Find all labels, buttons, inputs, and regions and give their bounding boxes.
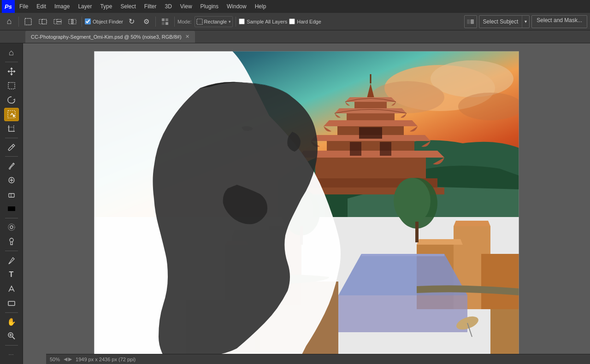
svg-rect-2 bbox=[42, 19, 47, 24]
scroll-right-icon[interactable]: ▶ bbox=[68, 356, 72, 362]
menu-view[interactable]: View bbox=[177, 2, 196, 11]
options-toolbar: ⌂ Object Finder ↻ ⚙ bbox=[0, 13, 590, 30]
tools-panel: ⌂ bbox=[0, 43, 23, 364]
rectangle-mode-icon bbox=[196, 18, 203, 25]
hard-edge-label[interactable]: Hard Edge bbox=[289, 18, 321, 24]
select-subject-label: Select Subject bbox=[479, 18, 522, 25]
select-subject-button[interactable]: Select Subject ▾ bbox=[479, 15, 530, 28]
object-finder-checkbox-label[interactable]: Object Finder bbox=[85, 18, 123, 24]
tab-close-button[interactable]: ✕ bbox=[185, 34, 189, 40]
svg-rect-12 bbox=[162, 22, 165, 25]
svg-point-83 bbox=[394, 178, 431, 224]
menu-select[interactable]: Select bbox=[117, 2, 139, 11]
tool-object-select[interactable] bbox=[4, 108, 19, 121]
svg-rect-16 bbox=[471, 19, 474, 24]
channels-button[interactable] bbox=[159, 15, 171, 28]
svg-rect-73 bbox=[338, 295, 467, 332]
svg-rect-18 bbox=[8, 82, 15, 89]
menu-help[interactable]: Help bbox=[251, 2, 270, 11]
new-selection-button[interactable] bbox=[22, 15, 35, 28]
svg-point-28 bbox=[10, 226, 13, 229]
svg-rect-23 bbox=[9, 194, 14, 197]
tool-crop[interactable] bbox=[4, 122, 19, 135]
scroll-left-icon[interactable]: ◀ bbox=[64, 356, 67, 362]
tool-rectangular-marquee[interactable] bbox=[4, 79, 19, 92]
tool-eraser[interactable] bbox=[4, 188, 19, 201]
tool-shape[interactable] bbox=[4, 296, 19, 310]
tool-separator-6 bbox=[5, 312, 18, 313]
tool-brush[interactable] bbox=[4, 159, 19, 172]
tool-separator-2 bbox=[5, 138, 18, 138]
intersect-selection-button[interactable] bbox=[66, 15, 79, 28]
menu-plugins[interactable]: Plugins bbox=[197, 2, 222, 11]
tool-hand[interactable]: ✋ bbox=[4, 315, 19, 329]
svg-marker-71 bbox=[454, 221, 490, 226]
hard-edge-text: Hard Edge bbox=[297, 19, 321, 24]
select-and-mask-button[interactable]: Select and Mask... bbox=[531, 15, 587, 28]
menu-layer[interactable]: Layer bbox=[74, 2, 95, 11]
svg-rect-14 bbox=[197, 19, 202, 24]
menu-3d[interactable]: 3D bbox=[161, 2, 175, 11]
tool-gradient[interactable] bbox=[4, 202, 19, 216]
svg-rect-79 bbox=[490, 309, 519, 355]
gear-button[interactable]: ⚙ bbox=[140, 15, 153, 28]
sample-all-layers-checkbox[interactable] bbox=[239, 18, 245, 24]
tool-more[interactable]: ··· bbox=[4, 348, 19, 361]
tabs-bar: CC-Photography-Segment_Omi-Kim.psd @ 50%… bbox=[0, 30, 590, 43]
document-dimensions: 1949 px x 2436 px (72 ppi) bbox=[76, 357, 136, 362]
scroll-left-button[interactable]: ◀ ▶ bbox=[64, 356, 72, 362]
separator-1 bbox=[18, 17, 19, 27]
svg-rect-20 bbox=[13, 115, 15, 117]
tool-pen[interactable] bbox=[4, 253, 19, 267]
tool-dodge[interactable] bbox=[4, 235, 19, 248]
mode-value: Rectangle bbox=[204, 19, 229, 24]
tool-move[interactable] bbox=[4, 65, 19, 78]
svg-line-32 bbox=[12, 337, 15, 339]
tool-eyedropper[interactable] bbox=[4, 141, 19, 154]
hard-edge-checkbox[interactable] bbox=[289, 18, 295, 24]
menu-window[interactable]: Window bbox=[223, 2, 250, 11]
zoom-level: 50% bbox=[50, 357, 60, 362]
tool-clone-stamp[interactable] bbox=[4, 173, 19, 187]
document-canvas[interactable] bbox=[94, 51, 519, 355]
object-finder-checkbox[interactable] bbox=[85, 18, 91, 24]
menu-edit[interactable]: Edit bbox=[33, 2, 50, 11]
picker-button[interactable] bbox=[464, 15, 477, 28]
svg-marker-50 bbox=[335, 108, 407, 113]
svg-rect-69 bbox=[481, 254, 519, 309]
mode-chevron-icon: ▾ bbox=[229, 19, 232, 24]
menu-image[interactable]: Image bbox=[51, 2, 73, 11]
svg-rect-9 bbox=[71, 19, 73, 24]
add-selection-button[interactable] bbox=[36, 15, 49, 28]
tool-separator-3 bbox=[5, 156, 18, 157]
canvas-area[interactable]: 50% ◀ ▶ 1949 px x 2436 px (72 ppi) bbox=[23, 43, 590, 364]
subtract-selection-button[interactable] bbox=[51, 15, 64, 28]
tool-text[interactable]: T bbox=[4, 268, 19, 281]
tool-blur[interactable] bbox=[4, 221, 19, 234]
tool-home[interactable]: ⌂ bbox=[4, 46, 19, 59]
menu-type[interactable]: Type bbox=[96, 2, 116, 11]
tab-name: CC-Photography-Segment_Omi-Kim.psd @ 50%… bbox=[31, 34, 182, 40]
tool-path-select[interactable] bbox=[4, 282, 19, 295]
svg-rect-15 bbox=[467, 19, 470, 24]
refresh-button[interactable]: ↻ bbox=[125, 15, 138, 28]
tool-separator-7 bbox=[5, 345, 18, 346]
svg-rect-61 bbox=[380, 142, 391, 156]
tool-lasso[interactable] bbox=[4, 93, 19, 106]
sample-all-layers-text: Sample All Layers bbox=[247, 19, 287, 24]
sample-all-layers-label[interactable]: Sample All Layers bbox=[239, 18, 287, 24]
menu-file[interactable]: File bbox=[16, 2, 32, 11]
document-tab[interactable]: CC-Photography-Segment_Omi-Kim.psd @ 50%… bbox=[25, 31, 195, 43]
svg-marker-56 bbox=[297, 151, 444, 158]
home-button[interactable]: ⌂ bbox=[3, 15, 16, 28]
svg-point-42 bbox=[431, 60, 513, 97]
select-and-mask-label: Select and Mask... bbox=[537, 17, 582, 23]
svg-point-29 bbox=[10, 238, 13, 242]
menu-filter[interactable]: Filter bbox=[141, 2, 160, 11]
select-subject-chevron-icon[interactable]: ▾ bbox=[522, 19, 529, 24]
mode-dropdown[interactable]: Rectangle ▾ bbox=[195, 16, 233, 27]
separator-2 bbox=[82, 17, 82, 27]
tool-zoom[interactable] bbox=[4, 329, 19, 343]
ps-logo: Ps bbox=[2, 0, 15, 13]
svg-marker-52 bbox=[324, 120, 418, 126]
